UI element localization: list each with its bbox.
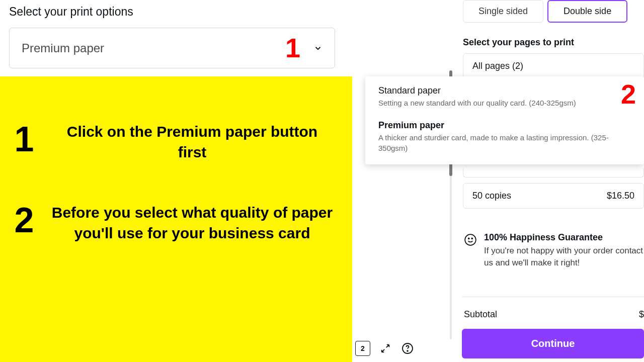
paper-option-title: Standard paper bbox=[378, 85, 631, 96]
paper-dropdown[interactable]: Premium paper 1 bbox=[9, 28, 335, 68]
instruction-box: 1 Click on the Premium paper button firs… bbox=[0, 76, 352, 362]
help-icon[interactable] bbox=[400, 341, 415, 355]
copies-price: $16.50 bbox=[607, 191, 634, 201]
page-count-icon[interactable]: 2 bbox=[355, 341, 370, 356]
subtotal-row: Subtotal $ bbox=[464, 309, 644, 320]
paper-option-standard[interactable]: Standard paper Setting a new standard wi… bbox=[365, 80, 644, 115]
chevron-down-icon bbox=[313, 44, 323, 53]
divider bbox=[462, 297, 644, 297]
pages-to-print-label: Select your pages to print bbox=[463, 37, 574, 48]
step-number: 1 bbox=[9, 122, 39, 157]
print-options-label: Select your print options bbox=[9, 5, 343, 19]
dropdown-value: Premium paper bbox=[22, 41, 104, 55]
subtotal-label: Subtotal bbox=[464, 309, 497, 320]
guarantee-block: 100% Happiness Guarantee If you're not h… bbox=[464, 232, 644, 269]
double-sided-button[interactable]: Double side bbox=[547, 0, 627, 23]
smile-icon bbox=[464, 233, 477, 246]
copies-select[interactable]: 50 copies $16.50 bbox=[463, 183, 644, 209]
svg-point-0 bbox=[465, 234, 476, 245]
svg-point-1 bbox=[468, 238, 469, 239]
svg-point-2 bbox=[471, 238, 472, 239]
step-number: 2 bbox=[9, 203, 39, 238]
paper-option-desc: A thicker and sturdier card, made to mak… bbox=[378, 132, 631, 153]
pages-select[interactable]: All pages (2) bbox=[463, 53, 644, 79]
copies-qty: 50 copies bbox=[472, 191, 511, 201]
annotation-marker-2: 2 bbox=[621, 83, 636, 105]
step-text: Before you select what quality of paper … bbox=[51, 203, 343, 243]
paper-option-premium[interactable]: Premium paper A thicker and sturdier car… bbox=[365, 115, 644, 160]
partial-element bbox=[463, 168, 644, 177]
annotation-marker-1: 1 bbox=[285, 37, 300, 59]
svg-point-4 bbox=[407, 350, 408, 351]
paper-type-popup: 2 Standard paper Setting a new standard … bbox=[365, 76, 644, 164]
single-sided-button[interactable]: Single sided bbox=[463, 0, 543, 23]
paper-option-title: Premium paper bbox=[378, 120, 631, 131]
paper-option-desc: Setting a new standard with our quality … bbox=[378, 98, 631, 108]
step-text: Click on the Premium paper button first bbox=[51, 122, 343, 162]
subtotal-value: $ bbox=[639, 309, 644, 320]
guarantee-desc: If you're not happy with your order cont… bbox=[484, 245, 644, 269]
guarantee-title: 100% Happiness Guarantee bbox=[484, 232, 644, 243]
continue-button[interactable]: Continue bbox=[462, 329, 644, 358]
expand-icon[interactable] bbox=[378, 341, 392, 355]
